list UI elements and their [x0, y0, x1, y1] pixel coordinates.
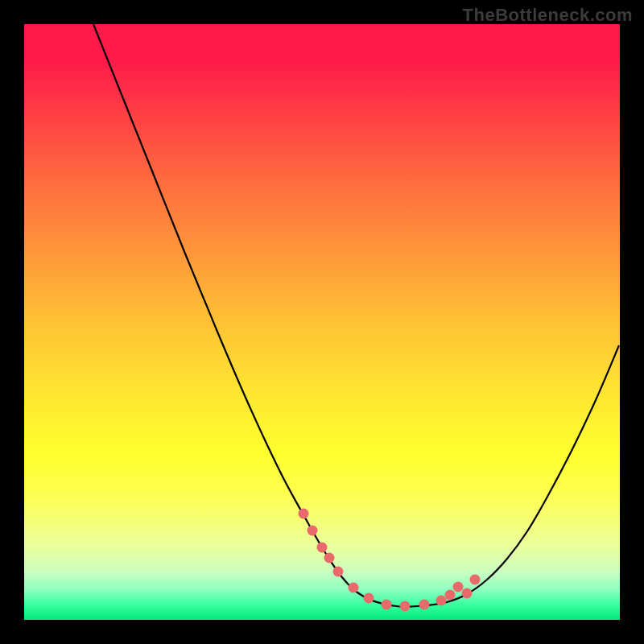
chart-frame: TheBottleneck.com	[0, 0, 644, 644]
marker-dot	[470, 575, 481, 585]
marker-dot	[462, 588, 473, 599]
marker-dot	[317, 543, 328, 553]
curve-markers	[299, 509, 481, 612]
marker-dot	[382, 600, 392, 610]
bottleneck-curve	[93, 24, 619, 607]
curve-layer	[24, 24, 620, 620]
plot-area	[24, 24, 620, 620]
marker-dot	[333, 567, 344, 577]
watermark-label: TheBottleneck.com	[463, 5, 633, 26]
marker-dot	[324, 553, 335, 564]
marker-dot	[445, 590, 456, 601]
marker-dot	[349, 583, 359, 593]
marker-dot	[419, 600, 430, 610]
marker-dot	[436, 596, 447, 606]
marker-dot	[308, 526, 318, 536]
marker-dot	[299, 509, 309, 519]
marker-dot	[453, 582, 464, 592]
marker-dot	[400, 601, 411, 612]
marker-dot	[364, 593, 374, 604]
